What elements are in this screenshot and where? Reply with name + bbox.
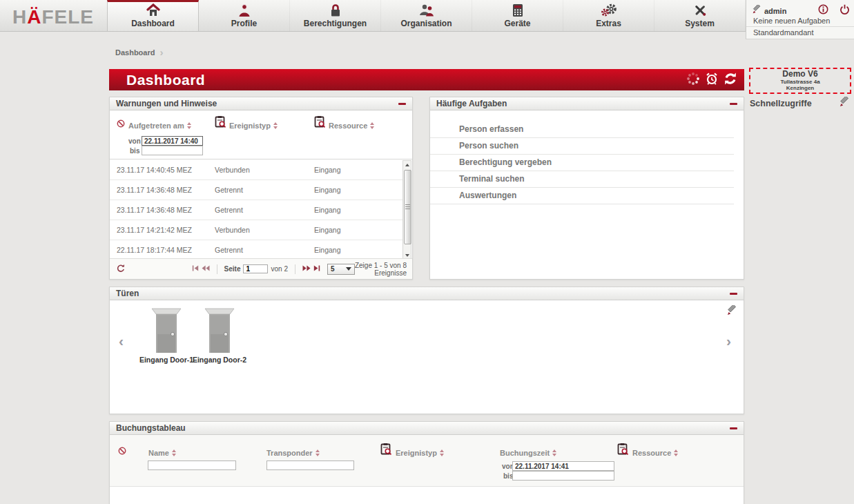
door-image[interactable]	[151, 308, 182, 356]
von-label: von	[128, 137, 141, 145]
page-size-select[interactable]: 5	[327, 264, 355, 275]
logo-text: H	[12, 6, 27, 28]
column-header-ressource[interactable]: Ressource	[329, 119, 374, 131]
doors-panel: Türen ‹ › Eingang Door-1 Eingang Door-2	[109, 287, 744, 414]
minimize-icon[interactable]	[730, 427, 737, 429]
tab-label: System	[685, 19, 715, 28]
seite-label: Seite	[224, 265, 241, 273]
tab-geraete[interactable]: Geräte	[472, 0, 563, 31]
column-header-ereignistyp[interactable]: Ereignistyp	[229, 119, 278, 131]
prev-page-icon[interactable]	[202, 265, 210, 273]
column-header-aufgetreten[interactable]: Aufgetreten am	[128, 119, 191, 131]
tools-icon	[692, 3, 708, 18]
user-panel: admin Keine neuen Aufgaben Standardmanda…	[746, 0, 854, 39]
cell-aufgetreten: 23.11.17 14:40:45 MEZ	[117, 166, 215, 174]
column-header-ressource[interactable]: Ressource	[632, 446, 678, 458]
last-page-icon[interactable]	[313, 265, 320, 273]
task-link-auswertungen[interactable]: Auswertungen	[430, 187, 734, 204]
task-link-terminal-suchen[interactable]: Terminal suchen	[430, 171, 734, 188]
spinner-icon[interactable]	[686, 72, 700, 88]
cell-ressource: Eingang	[314, 206, 383, 214]
block-icon[interactable]	[117, 118, 125, 130]
reload-icon[interactable]	[116, 264, 125, 274]
column-label: Name	[148, 449, 169, 457]
column-label: Aufgetreten am	[128, 122, 184, 130]
quick-access-title: Schnellzugriffe	[750, 99, 812, 108]
cell-ereignistyp: Verbunden	[215, 226, 314, 234]
bis-date-input[interactable]	[142, 146, 203, 155]
cell-ereignistyp: Verbunden	[215, 166, 314, 174]
mandant-label: Standardmandant	[753, 28, 813, 37]
tab-extras[interactable]: Extras	[563, 0, 654, 31]
name-filter-input[interactable]	[148, 461, 236, 470]
task-link-person-suchen[interactable]: Person suchen	[430, 137, 734, 155]
carousel-left-icon[interactable]: ‹	[119, 334, 124, 348]
refresh-icon[interactable]	[724, 72, 737, 88]
power-icon[interactable]	[840, 4, 850, 17]
breadcrumb-item[interactable]: Dashboard	[115, 48, 155, 57]
table-row[interactable]: 22.11.17 18:17:44 MEZGetrenntEingang	[110, 240, 402, 260]
column-header-transponder[interactable]: Transponder	[266, 446, 320, 458]
scroll-up-button[interactable]	[403, 161, 411, 168]
carousel-right-icon[interactable]: ›	[726, 334, 731, 348]
minimize-icon[interactable]	[730, 293, 737, 295]
panel-title: Häufige Aufgaben	[436, 99, 507, 108]
column-header-name[interactable]: Name	[148, 446, 176, 458]
door-label: Eingang Door-1	[137, 356, 195, 364]
transponder-filter-input[interactable]	[266, 461, 354, 470]
cell-ereignistyp: Getrennt	[215, 206, 314, 214]
tab-dashboard[interactable]: Dashboard	[107, 0, 199, 31]
first-page-icon[interactable]	[192, 265, 199, 273]
table-row[interactable]: 23.11.17 14:36:48 MEZGetrenntEingang	[110, 200, 402, 220]
bookings-panel: Buchungstableau Name Transponder Ereigni…	[109, 421, 744, 504]
cell-aufgetreten: 23.11.17 14:21:42 MEZ	[117, 226, 215, 234]
sort-icon	[273, 122, 278, 129]
tab-organisation[interactable]: Organisation	[381, 0, 472, 31]
pencil-icon[interactable]	[839, 97, 850, 110]
tab-berechtigungen[interactable]: Berechtigungen	[290, 0, 381, 31]
column-label: Ereignistyp	[229, 122, 271, 130]
info-icon[interactable]	[818, 4, 828, 17]
scrollbar-thumb[interactable]	[404, 170, 411, 244]
top-navigation-bar: HÄFELE Dashboard Profile Berechtigungen	[0, 0, 854, 32]
clipboard-search-icon	[380, 443, 392, 458]
task-label: Terminal suchen	[459, 174, 524, 184]
von-date-input[interactable]	[142, 136, 203, 146]
person-icon	[238, 3, 251, 18]
minimize-icon[interactable]	[398, 103, 406, 105]
door-image[interactable]	[204, 308, 235, 356]
warnings-panel-header: Warnungen und Hinweise	[110, 97, 412, 110]
column-header-ereignistyp[interactable]: Ereignistyp	[396, 446, 444, 458]
chevron-down-icon	[346, 267, 351, 271]
alarm-icon[interactable]	[705, 72, 719, 88]
gears-icon	[601, 3, 617, 18]
table-row[interactable]: 23.11.17 14:36:48 MEZGetrenntEingang	[110, 180, 402, 200]
tasks-panel-header: Häufige Aufgaben	[430, 97, 744, 110]
next-page-icon[interactable]	[302, 265, 311, 273]
column-header-buchungszeit[interactable]: Buchungszeit	[500, 446, 556, 458]
pencil-icon[interactable]	[726, 305, 737, 319]
von-date-input[interactable]	[512, 461, 614, 471]
tab-label: Organisation	[400, 19, 452, 28]
page-title: Dashboard	[126, 72, 686, 88]
divider	[746, 26, 854, 27]
table-row[interactable]: 23.11.17 14:21:42 MEZVerbundenEingang	[110, 220, 402, 240]
tasks-status: Keine neuen Aufgaben	[753, 17, 830, 25]
demo-license-box: Demo V6 Tullastrasse 4a Kenzingen	[749, 68, 851, 94]
page-title-bar: Dashboard	[109, 69, 744, 90]
task-link-person-erfassen[interactable]: Person erfassen	[430, 121, 734, 138]
scrollbar[interactable]	[402, 160, 411, 260]
cell-ereignistyp: Getrennt	[215, 186, 314, 194]
table-row[interactable]: 23.11.17 14:40:45 MEZVerbundenEingang	[110, 159, 402, 180]
block-icon[interactable]	[118, 445, 126, 458]
task-link-berechtigung-vergeben[interactable]: Berechtigung vergeben	[430, 154, 734, 171]
minimize-icon[interactable]	[730, 103, 737, 105]
page-total-label: von 2	[271, 265, 287, 273]
pencil-icon[interactable]	[752, 5, 761, 17]
bis-date-input[interactable]	[512, 471, 614, 481]
tab-system[interactable]: System	[654, 0, 746, 31]
tab-profile[interactable]: Profile	[199, 0, 290, 31]
sort-icon	[187, 122, 191, 129]
page-number-input[interactable]	[243, 264, 268, 273]
column-label: Ereignistyp	[396, 449, 437, 457]
